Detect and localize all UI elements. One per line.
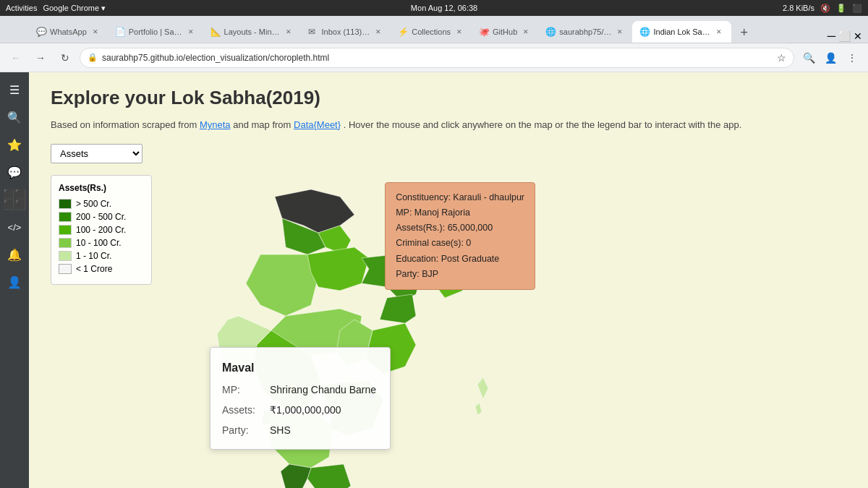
legend-item-4[interactable]: 1 - 10 Cr.: [59, 251, 144, 261]
forward-button[interactable]: →: [30, 48, 51, 68]
tab-indian-lok[interactable]: 🌐 Indian Lok Sa… ✕: [632, 21, 731, 43]
sidebar-person-icon[interactable]: 👤: [3, 270, 26, 294]
hover-assets-value: ₹1,000,000,000: [270, 400, 341, 420]
reload-button[interactable]: ↻: [55, 48, 75, 68]
tooltip-mp: MP: Manoj Rajoria: [396, 205, 524, 221]
hover-constituency: Maval: [222, 356, 378, 380]
map-legend-container: Assets(Rs.) > 500 Cr. 200 - 500 Cr. 100 …: [51, 175, 846, 489]
portfolio-favicon: 📄: [115, 27, 125, 37]
url-text[interactable]: saurabhp75.github.io/election_visualizat…: [102, 53, 773, 63]
sidebar-grid-icon[interactable]: ⬛⬛⬛⬛: [3, 188, 26, 211]
close-button[interactable]: ✕: [854, 30, 862, 42]
tooltip-assets: Assets(Rs.): 65,000,000: [396, 221, 524, 236]
tab-layouts-label: Layouts - Min…: [224, 27, 280, 36]
legend-color-1: [59, 212, 72, 222]
hover-assets-label: Assets:: [222, 400, 265, 420]
legend-item-3[interactable]: 10 - 100 Cr.: [59, 238, 144, 248]
search-button[interactable]: 🔍: [799, 48, 819, 68]
legend-label-5: < 1 Crore: [76, 264, 112, 274]
legend-label-2: 100 - 200 Cr.: [76, 225, 126, 235]
tab-portfolio-label: Portfolio | Sa…: [129, 27, 182, 36]
constituency-tooltip: Constituency: Karauli - dhaulpur MP: Man…: [385, 182, 535, 291]
hover-assets-row: Assets: ₹1,000,000,000: [222, 400, 378, 420]
saurabhp75-favicon: 🌐: [545, 27, 556, 37]
page-title: Explore your Lok Sabha(2019): [51, 87, 846, 109]
tab-layouts[interactable]: 📐 Layouts - Min… ✕: [203, 21, 301, 43]
sidebar-menu-icon[interactable]: ☰: [3, 78, 26, 101]
collections-favicon: ⚡: [398, 27, 408, 37]
main-content: Explore your Lok Sabha(2019) Based on in…: [29, 72, 868, 488]
dropdown-container: Assets Criminal Cases Education Party: [51, 144, 846, 163]
tab-github-close[interactable]: ✕: [521, 27, 531, 37]
desc-part2: and map from: [233, 119, 294, 130]
datameet-link[interactable]: Data{Meet}: [294, 119, 341, 130]
indian-lok-favicon: 🌐: [639, 27, 650, 37]
tab-layouts-close[interactable]: ✕: [284, 27, 294, 37]
hover-mp-value: Shrirang Chandu Barne: [270, 380, 376, 400]
chrome-sidebar: ☰ 🔍 ⭐ 💬 ⬛⬛⬛⬛ </> 🔔 👤: [0, 72, 29, 488]
tab-portfolio-close[interactable]: ✕: [186, 27, 196, 37]
tab-collections[interactable]: ⚡ Collections ✕: [391, 21, 472, 43]
hover-mp-row: MP: Shrirang Chandu Barne: [222, 380, 378, 400]
legend: Assets(Rs.) > 500 Cr. 200 - 500 Cr. 100 …: [51, 175, 152, 285]
sidebar-search-icon[interactable]: 🔍: [3, 106, 26, 129]
legend-color-0: [59, 199, 72, 209]
tab-github-label: GitHub: [493, 27, 517, 36]
url-bar[interactable]: 🔒 saurabhp75.github.io/election_visualiz…: [80, 48, 794, 68]
legend-label-0: > 500 Cr.: [76, 199, 111, 209]
back-button[interactable]: ←: [6, 48, 26, 68]
tooltip-criminal: Criminal case(s): 0: [396, 236, 524, 251]
map-wrapper: Constituency: Karauli - dhaulpur MP: Man…: [166, 175, 521, 489]
tab-github[interactable]: 🐙 GitHub ✕: [472, 21, 538, 43]
browser-label[interactable]: Google Chrome ▾: [43, 4, 106, 13]
legend-color-2: [59, 225, 72, 235]
legend-item-5[interactable]: < 1 Crore: [59, 264, 144, 274]
tab-portfolio[interactable]: 📄 Portfolio | Sa… ✕: [108, 21, 203, 43]
legend-label-4: 1 - 10 Cr.: [76, 251, 111, 261]
battery-icon: 🔋: [836, 4, 846, 13]
hover-party-value: SHS: [270, 420, 291, 440]
sidebar-chat-icon[interactable]: 💬: [3, 160, 26, 184]
tooltip-constituency: Constituency: Karauli - dhaulpur: [396, 190, 524, 205]
menu-button[interactable]: ⋮: [842, 48, 862, 68]
tab-whatsapp-label: WhatsApp: [50, 27, 87, 36]
fullscreen-icon[interactable]: ⬛: [852, 4, 862, 13]
tab-saurabhp75[interactable]: 🌐 saurabhp75/… ✕: [538, 21, 632, 43]
sidebar-slack-icon[interactable]: 🔔: [3, 243, 26, 266]
inbox-favicon: ✉: [308, 27, 318, 37]
account-button[interactable]: 👤: [820, 48, 841, 68]
legend-label-3: 10 - 100 Cr.: [76, 238, 122, 248]
legend-item-1[interactable]: 200 - 500 Cr.: [59, 212, 144, 222]
sidebar-code-icon[interactable]: </>: [3, 215, 26, 239]
sidebar-star-icon[interactable]: ⭐: [3, 133, 26, 156]
os-bar-right: 2.8 KiB/s 🔇 🔋 ⬛: [783, 4, 862, 13]
legend-item-2[interactable]: 100 - 200 Cr.: [59, 225, 144, 235]
legend-item-0[interactable]: > 500 Cr.: [59, 199, 144, 209]
hover-tooltip: Maval MP: Shrirang Chandu Barne Assets: …: [210, 347, 391, 450]
os-bar-left: Activities Google Chrome ▾: [6, 4, 106, 13]
tab-saurabhp75-close[interactable]: ✕: [615, 27, 625, 37]
tab-inbox-close[interactable]: ✕: [373, 27, 383, 37]
bookmark-icon[interactable]: ☆: [777, 52, 786, 64]
os-datetime: Mon Aug 12, 06:38: [411, 4, 477, 12]
tab-whatsapp-close[interactable]: ✕: [90, 27, 101, 37]
tab-collections-close[interactable]: ✕: [454, 27, 464, 37]
minimize-button[interactable]: ─: [827, 30, 835, 43]
legend-title: Assets(Rs.): [59, 183, 144, 193]
myneta-link[interactable]: Myneta: [200, 119, 231, 130]
tab-inbox[interactable]: ✉ Inbox (113)… ✕: [301, 21, 391, 43]
category-dropdown[interactable]: Assets Criminal Cases Education Party: [51, 144, 142, 163]
tooltip-education: Education: Post Graduate: [396, 252, 524, 267]
tab-whatsapp[interactable]: 💬 WhatsApp ✕: [29, 21, 108, 43]
tab-indian-lok-close[interactable]: ✕: [714, 27, 724, 37]
new-tab-button[interactable]: +: [734, 22, 754, 43]
tab-indian-lok-label: Indian Lok Sa…: [653, 27, 710, 36]
desc-part1: Based on information scraped from: [51, 119, 200, 130]
layouts-favicon: 📐: [210, 27, 221, 37]
network-speed: 2.8 KiB/s: [783, 4, 814, 12]
hover-mp-label: MP:: [222, 380, 265, 400]
activities-label[interactable]: Activities: [6, 4, 37, 12]
legend-color-5: [59, 264, 72, 274]
tab-inbox-label: Inbox (113)…: [322, 27, 370, 36]
maximize-button[interactable]: ⬜: [838, 30, 851, 42]
